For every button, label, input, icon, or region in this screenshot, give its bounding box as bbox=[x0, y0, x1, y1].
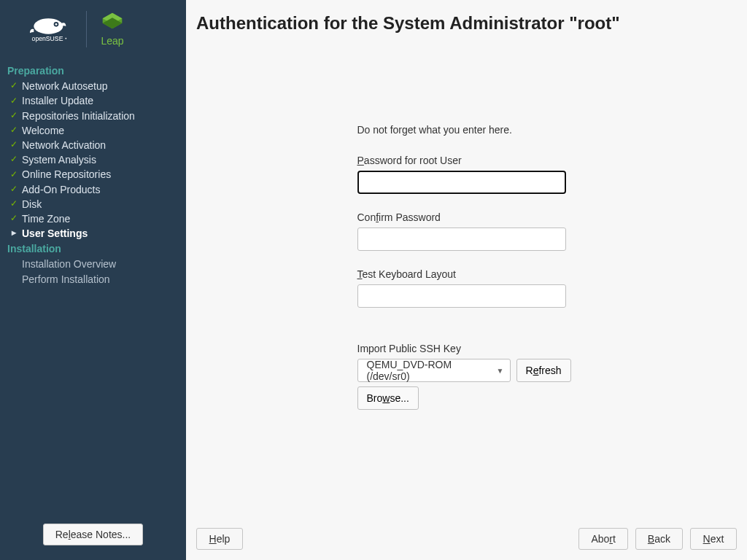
nav-item-installer-update: ✓Installer Update bbox=[7, 93, 179, 108]
confirm-password-input[interactable] bbox=[357, 228, 566, 251]
ssh-source-selected: QEMU_DVD-ROM (/dev/sr0) bbox=[367, 359, 497, 382]
test-keyboard-label: Test Keyboard Layout bbox=[357, 268, 576, 280]
check-icon: ✓ bbox=[9, 139, 19, 151]
svg-text:openSUSE: openSUSE bbox=[32, 35, 63, 42]
check-icon: ✓ bbox=[9, 198, 19, 210]
help-button[interactable]: Help bbox=[196, 528, 243, 550]
leap-label: Leap bbox=[101, 35, 123, 47]
password-label: Password for root User bbox=[357, 155, 576, 166]
main-panel: Authentication for the System Administra… bbox=[186, 0, 747, 560]
password-input[interactable] bbox=[357, 171, 566, 194]
check-icon: ✓ bbox=[9, 213, 19, 225]
nav-item-network-activation: ✓Network Activation bbox=[7, 138, 179, 152]
check-icon: ✓ bbox=[9, 169, 19, 181]
check-icon: ✓ bbox=[9, 184, 19, 195]
arrow-right-icon: ▸ bbox=[9, 228, 19, 239]
back-button[interactable]: Back bbox=[635, 528, 683, 550]
release-notes-button[interactable]: Release Notes... bbox=[43, 524, 144, 545]
logo-divider bbox=[86, 11, 87, 47]
confirm-password-label: Confirm Password bbox=[357, 211, 576, 223]
footer: Help Abort Back Next bbox=[196, 522, 737, 550]
check-icon: ✓ bbox=[9, 110, 19, 122]
nav-item-addon-products: ✓Add-On Products bbox=[7, 182, 179, 197]
test-keyboard-input[interactable] bbox=[357, 284, 566, 308]
ssh-key-label: Import Public SSH Key bbox=[357, 343, 576, 354]
next-button[interactable]: Next bbox=[690, 528, 737, 550]
browse-button[interactable]: Browse... bbox=[357, 386, 419, 410]
form-area: Do not forget what you enter here. Passw… bbox=[196, 41, 737, 522]
nav-item-online-repositories: ✓Online Repositories bbox=[7, 167, 179, 182]
chevron-down-icon: ▼ bbox=[497, 367, 504, 375]
check-icon: ✓ bbox=[9, 96, 19, 107]
nav-item-disk: ✓Disk bbox=[7, 197, 179, 211]
nav-item-network-autosetup: ✓Network Autosetup bbox=[7, 79, 179, 93]
nav-item-repositories-initialization: ✓Repositories Initialization bbox=[7, 109, 179, 123]
nav-item-system-analysis: ✓System Analysis bbox=[7, 152, 179, 167]
check-icon: ✓ bbox=[9, 125, 19, 136]
logo-area: openSUSE Leap bbox=[0, 0, 186, 58]
svg-point-2 bbox=[55, 23, 58, 26]
nav-section-installation: Installation bbox=[7, 241, 179, 257]
sidebar: openSUSE Leap Preparation ✓Network Autos… bbox=[0, 0, 186, 560]
nav-item-user-settings: ▸User Settings bbox=[7, 226, 179, 241]
abort-button[interactable]: Abort bbox=[578, 528, 627, 550]
nav-item-time-zone: ✓Time Zone bbox=[7, 211, 179, 226]
ssh-source-select[interactable]: QEMU_DVD-ROM (/dev/sr0) ▼ bbox=[357, 359, 511, 382]
nav-item-welcome: ✓Welcome bbox=[7, 123, 179, 138]
nav: Preparation ✓Network Autosetup ✓Installe… bbox=[0, 58, 186, 291]
refresh-button[interactable]: Refresh bbox=[516, 359, 571, 382]
nav-item-installation-overview: Installation Overview bbox=[7, 257, 179, 271]
leap-logo: Leap bbox=[100, 12, 125, 47]
check-icon: ✓ bbox=[9, 154, 19, 166]
hint-text: Do not forget what you enter here. bbox=[357, 124, 576, 136]
nav-section-preparation: Preparation bbox=[7, 63, 179, 79]
svg-point-4 bbox=[65, 38, 66, 39]
check-icon: ✓ bbox=[9, 80, 19, 92]
svg-point-0 bbox=[34, 18, 63, 34]
opensuse-logo: openSUSE bbox=[22, 15, 73, 44]
nav-item-perform-installation: Perform Installation bbox=[7, 272, 179, 287]
page-title: Authentication for the System Administra… bbox=[196, 10, 737, 41]
